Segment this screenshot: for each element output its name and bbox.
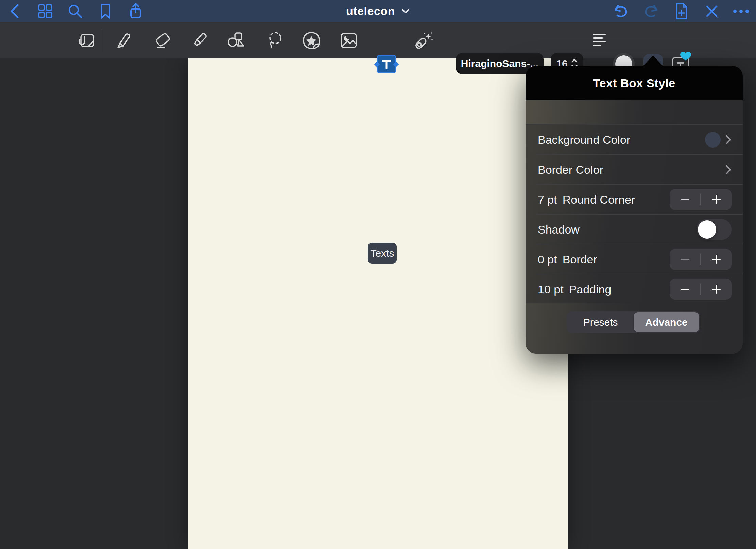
advance-tab-selected[interactable]: Advance: [634, 312, 700, 332]
eraser-icon: [152, 31, 172, 50]
shapes-icon: [227, 31, 246, 50]
text-box-content: Texts: [370, 247, 394, 259]
page-title: utelecon: [346, 4, 395, 18]
ellipsis-icon: [733, 9, 749, 13]
laser-pointer-tool[interactable]: [413, 22, 433, 58]
round-corner-minus-button[interactable]: [670, 189, 700, 210]
top-navigation-bar: utelecon: [0, 0, 756, 22]
text-box-style-popover: Text Box Style Background Color Border C…: [526, 66, 743, 354]
style-preview-band: [526, 100, 743, 125]
popover-footer: Presets Advance: [526, 303, 743, 354]
padding-label: Padding: [569, 283, 612, 296]
toolbar-divider: [101, 29, 101, 52]
shadow-toggle-off[interactable]: [697, 219, 732, 240]
border-width-minus-button-disabled[interactable]: [670, 249, 700, 270]
eraser-tool[interactable]: [152, 22, 172, 58]
padding-minus-button[interactable]: [670, 279, 700, 300]
style-settings-list: Background Color Border Color 7 pt: [526, 125, 743, 304]
font-family-value: HiraginoSans-...: [461, 58, 538, 69]
chevron-right-icon: [725, 165, 732, 175]
minus-icon: [681, 258, 689, 260]
popover-header: Text Box Style: [526, 66, 743, 100]
shapes-tool[interactable]: [226, 22, 247, 58]
text-alignment-button[interactable]: [589, 22, 609, 58]
favorite-heart-icon: [680, 51, 691, 62]
row-round-corner: 7 pt Round Corner: [526, 185, 743, 215]
add-page-icon: [675, 3, 688, 20]
image-tool[interactable]: [339, 22, 359, 58]
plus-icon: [711, 285, 721, 294]
title-chevron-down-icon: [401, 8, 410, 14]
row-shadow: Shadow: [526, 215, 743, 244]
pen-cross-icon: [704, 4, 719, 19]
shadow-label: Shadow: [538, 223, 580, 236]
row-border-color[interactable]: Border Color: [526, 155, 743, 185]
sticker-tool[interactable]: [301, 22, 322, 58]
row-border-width: 0 pt Border: [526, 244, 743, 274]
row-padding: 10 pt Padding: [526, 274, 743, 304]
align-left-icon: [593, 33, 606, 48]
pen-icon: [114, 31, 133, 50]
presets-advance-segmented-control: Presets Advance: [567, 311, 700, 333]
padding-value: 10 pt: [538, 283, 564, 296]
lasso-tool[interactable]: [265, 22, 286, 58]
border-color-label: Border Color: [538, 163, 603, 176]
plus-icon: [711, 195, 721, 204]
plus-icon: [711, 255, 721, 264]
round-corner-plus-button[interactable]: [701, 189, 732, 210]
row-background-color[interactable]: Background Color: [526, 125, 743, 155]
redo-icon: [643, 4, 659, 18]
popover-caret: [643, 55, 663, 66]
border-width-stepper: [670, 249, 732, 270]
sticker-icon: [302, 31, 321, 50]
tools-toolbar: HiraginoSans-... 16: [0, 22, 756, 58]
more-options-button[interactable]: [732, 0, 751, 22]
text-box-object[interactable]: Texts: [368, 243, 397, 264]
minus-icon: [681, 199, 689, 201]
goodnotes-app: utelecon: [0, 0, 756, 549]
border-width-value: 0 pt: [538, 253, 557, 266]
presets-tab[interactable]: Presets: [568, 312, 634, 332]
padding-plus-button[interactable]: [701, 279, 732, 300]
laser-pointer-icon: [413, 31, 433, 50]
text-tool-selected[interactable]: [377, 55, 396, 73]
highlighter-tool[interactable]: [189, 22, 210, 58]
toggle-knob: [698, 220, 716, 239]
round-corner-label: Round Corner: [563, 193, 635, 206]
writing-aid-icon: [78, 31, 96, 50]
undo-icon: [613, 4, 629, 18]
border-width-plus-button[interactable]: [701, 249, 732, 270]
stop-annotating-button[interactable]: [703, 0, 720, 22]
background-color-label: Background Color: [538, 133, 630, 147]
border-width-label: Border: [563, 253, 597, 266]
notebook-page[interactable]: [188, 58, 568, 549]
redo-button[interactable]: [642, 0, 659, 22]
writing-aid-tool[interactable]: [77, 22, 97, 58]
undo-button[interactable]: [613, 0, 630, 22]
pen-tool[interactable]: [113, 22, 134, 58]
highlighter-icon: [190, 31, 209, 50]
text-tool-T-icon: [381, 59, 392, 69]
chevron-right-icon: [725, 135, 732, 145]
round-corner-value: 7 pt: [538, 193, 557, 206]
background-color-swatch: [705, 132, 721, 148]
padding-stepper: [670, 279, 732, 300]
round-corner-stepper: [670, 189, 732, 210]
minus-icon: [681, 288, 689, 290]
lasso-icon: [266, 31, 285, 50]
add-page-button[interactable]: [673, 0, 690, 22]
popover-title: Text Box Style: [593, 76, 675, 90]
image-icon: [339, 32, 358, 49]
